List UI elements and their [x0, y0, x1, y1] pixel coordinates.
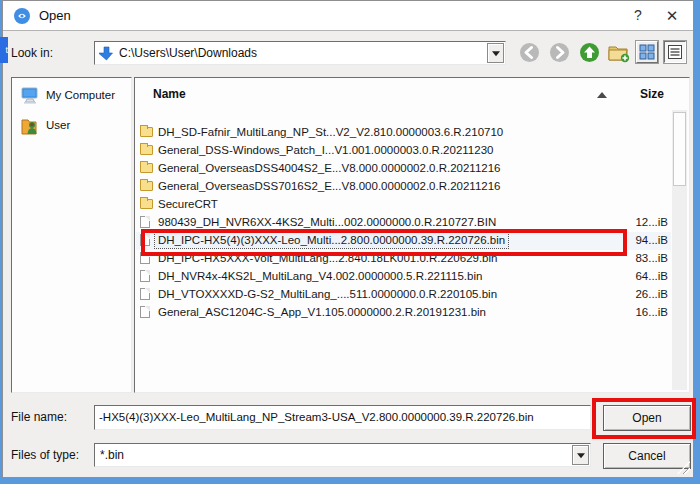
icon-view-button[interactable] — [636, 41, 658, 63]
file-row-name: DH_VTOXXXXD-G-S2_MultiLang_....511.00000… — [155, 287, 500, 302]
detail-view-button[interactable] — [664, 41, 686, 63]
cancel-button[interactable]: Cancel — [603, 443, 691, 469]
app-icon — [14, 8, 30, 24]
file-row-size: 16...iB — [590, 305, 668, 320]
files-of-type-value: *.bin — [100, 444, 570, 466]
files-of-type-dropdown-button[interactable] — [572, 445, 589, 465]
window-title: Open — [39, 1, 71, 30]
chevron-down-icon — [577, 453, 585, 458]
folder-icon — [140, 163, 153, 173]
vertical-scrollbar[interactable] — [672, 110, 687, 390]
up-folder-icon[interactable] — [579, 42, 600, 63]
sort-ascending-icon[interactable] — [597, 92, 607, 98]
file-row[interactable]: DH_NVR4x-4KS2L_MultiLang_V4.002.0000000.… — [136, 268, 671, 286]
sidebar-item-label: User — [46, 114, 70, 136]
look-in-combobox[interactable]: C:\Users\User\Downloads — [94, 41, 506, 65]
file-row-name: SecureCRT — [155, 197, 221, 212]
user-folder-icon — [20, 117, 40, 134]
file-name-input[interactable]: -HX5(4)(3)XXX-Leo_MultiLang_NP_Stream3-U… — [94, 405, 591, 430]
file-row-size: 83...iB — [590, 251, 668, 266]
back-icon[interactable] — [519, 42, 540, 63]
folder-icon — [140, 145, 153, 155]
files-of-type-label: Files of type: — [11, 443, 79, 467]
file-row-size: 94...iB — [590, 233, 668, 248]
look-in-label: Look in: — [11, 41, 53, 65]
file-row-size: 64...iB — [590, 269, 668, 284]
folder-icon — [140, 199, 153, 209]
look-in-path: C:\Users\User\Downloads — [119, 42, 485, 64]
sidebar-item-user[interactable]: User — [12, 114, 131, 138]
background-window-tab: t — [0, 37, 8, 63]
file-row-name: DH_SD-Fafnir_MultiLang_NP_St...V2_V2.810… — [155, 125, 506, 140]
file-row-name: General_DSS-Windows_Patch_I...V1.001.000… — [155, 143, 496, 158]
sidebar-item-my-computer[interactable]: My Computer — [12, 84, 131, 108]
file-row[interactable]: DH_VTOXXXXD-G-S2_MultiLang_....511.00000… — [136, 286, 671, 304]
file-row[interactable]: General_ASC1204C-S_App_V1.105.0000000.2.… — [136, 304, 671, 322]
folder-icon — [140, 181, 153, 191]
titlebar[interactable]: Open ? ✕ — [3, 1, 693, 31]
file-icon — [140, 270, 150, 282]
file-row-name: DH_NVR4x-4KS2L_MultiLang_V4.002.0000000.… — [155, 269, 485, 284]
scrollbar-thumb[interactable] — [673, 112, 686, 186]
file-row[interactable]: General_DSS-Windows_Patch_I...V1.001.000… — [136, 142, 671, 160]
file-row-name: General_OverseasDSS4004S2_E...V8.000.000… — [155, 161, 503, 176]
files-of-type-combobox[interactable]: *.bin — [94, 443, 591, 467]
help-button[interactable]: ? — [623, 1, 653, 30]
look-in-dropdown-button[interactable] — [487, 43, 504, 63]
column-header-size[interactable]: Size — [640, 87, 664, 101]
file-row[interactable]: General_OverseasDSS7016S2_E...V8.000.000… — [136, 178, 671, 196]
close-icon[interactable]: ✕ — [657, 1, 687, 30]
file-row[interactable]: DH_IPC-HX5(4)(3)XXX-Leo_Multi...2.800.00… — [136, 232, 671, 250]
file-name-label: File name: — [11, 405, 67, 430]
file-row-name: DH_IPC-HX5XXX-Volt_MultiLang...2.840.18L… — [155, 251, 500, 266]
file-row-name: DH_IPC-HX5(4)(3)XXX-Leo_Multi...2.800.00… — [155, 233, 508, 248]
file-icon — [140, 234, 150, 246]
screen: { "window": { "title": "Open", "help_but… — [0, 0, 700, 484]
path-down-arrow-icon — [99, 46, 114, 65]
sidebar-item-label: My Computer — [46, 84, 115, 106]
file-row[interactable]: DH_SD-Fafnir_MultiLang_NP_St...V2_V2.810… — [136, 124, 671, 142]
file-icon — [140, 252, 150, 264]
chevron-down-icon — [492, 51, 500, 56]
column-header-name[interactable]: Name — [153, 87, 186, 101]
file-icon — [140, 288, 150, 300]
file-row-size: 12...iB — [590, 215, 668, 230]
grid-view-icon — [639, 44, 655, 60]
file-row-name: 980439_DH_NVR6XX-4KS2_Multi...002.000000… — [155, 215, 499, 230]
file-row[interactable]: DH_IPC-HX5XXX-Volt_MultiLang...2.840.18L… — [136, 250, 671, 268]
computer-icon — [20, 87, 40, 104]
file-list-panel: Name Size DH_SD-Fafnir_MultiLang_NP_St..… — [134, 77, 690, 393]
file-row[interactable]: 980439_DH_NVR6XX-4KS2_Multi...002.000000… — [136, 214, 671, 232]
places-sidebar: My Computer User — [11, 77, 132, 393]
file-row[interactable]: General_OverseasDSS4004S2_E...V8.000.000… — [136, 160, 671, 178]
file-row[interactable]: SecureCRT — [136, 196, 671, 214]
file-row-size: 26...iB — [590, 287, 668, 302]
file-icon — [140, 216, 150, 228]
file-row-name: General_OverseasDSS7016S2_E...V8.000.000… — [155, 179, 503, 194]
file-list-rows: DH_SD-Fafnir_MultiLang_NP_St...V2_V2.810… — [136, 124, 671, 322]
open-button[interactable]: Open — [603, 405, 691, 431]
file-icon — [140, 306, 150, 318]
list-view-icon — [667, 44, 683, 60]
open-dialog: Open ? ✕ Look in: C:\Users\User\Download… — [2, 0, 694, 478]
forward-icon[interactable] — [549, 42, 570, 63]
folder-icon — [140, 127, 153, 137]
new-folder-icon[interactable] — [607, 42, 630, 63]
file-row-name: General_ASC1204C-S_App_V1.105.0000000.2.… — [155, 305, 489, 320]
